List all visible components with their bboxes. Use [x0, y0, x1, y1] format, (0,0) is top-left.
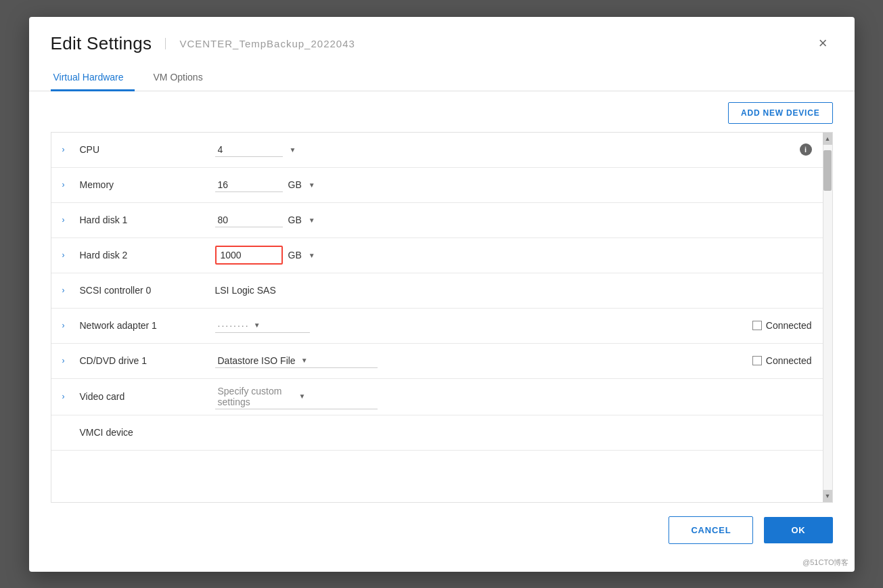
network-adapter-value-area: ········ ▼: [215, 319, 752, 333]
hard-disk-1-value-area: GB ▼: [215, 213, 812, 227]
memory-input[interactable]: [215, 178, 283, 192]
hard-disk-2-expand-icon[interactable]: ›: [62, 250, 73, 260]
cpu-info-icon[interactable]: i: [800, 143, 812, 156]
vmci-device-row: › VMCI device: [51, 415, 823, 451]
video-card-row: › Video card Specify custom settings ▼: [51, 379, 823, 415]
vmci-label: VMCI device: [80, 427, 215, 438]
close-button[interactable]: ×: [813, 33, 833, 53]
hard-disk-2-unit-dropdown-arrow[interactable]: ▼: [309, 252, 315, 259]
tab-vm-options[interactable]: VM Options: [151, 65, 214, 91]
hard-disk-2-input[interactable]: [215, 246, 283, 265]
memory-unit: GB: [288, 179, 302, 190]
edit-settings-dialog: Edit Settings VCENTER_TempBackup_2022043…: [29, 17, 855, 572]
dvd-dropdown-arrow[interactable]: ▼: [301, 357, 308, 364]
scrollbar-up-arrow[interactable]: ▲: [823, 133, 832, 145]
dialog-body: ADD NEW DEVICE › CPU ▼ i › Memory: [29, 91, 855, 503]
hard-disk-1-expand-icon[interactable]: ›: [62, 215, 73, 225]
network-select[interactable]: ········ ▼: [215, 319, 310, 333]
hard-disk-1-input[interactable]: [215, 213, 283, 227]
scrollbar-track: ▲ ▼: [823, 133, 832, 502]
scsi-expand-icon[interactable]: ›: [62, 286, 73, 295]
scsi-value: LSI Logic SAS: [215, 285, 276, 296]
cpu-row: › CPU ▼ i: [51, 133, 823, 168]
scrollbar-thumb[interactable]: [823, 150, 832, 191]
cpu-expand-icon[interactable]: ›: [62, 145, 73, 154]
hard-disk-2-value-area: GB ▼: [215, 246, 812, 265]
network-select-value: ········: [218, 320, 250, 331]
hard-disk-1-unit: GB: [288, 214, 302, 225]
ok-button[interactable]: OK: [764, 517, 832, 543]
scrollbar-down-arrow[interactable]: ▼: [823, 490, 832, 502]
dvd-select-value: Datastore ISO File: [218, 355, 296, 366]
add-new-device-button[interactable]: ADD NEW DEVICE: [728, 102, 833, 124]
watermark: @51CTO博客: [29, 558, 855, 572]
cd-dvd-connected-area: Connected: [752, 355, 812, 366]
network-adapter-row: › Network adapter 1 ········ ▼ Connected: [51, 309, 823, 344]
cd-dvd-label: CD/DVD drive 1: [80, 355, 215, 366]
network-adapter-label: Network adapter 1: [80, 320, 215, 331]
video-card-expand-icon[interactable]: ›: [62, 392, 73, 401]
video-card-label: Video card: [80, 391, 215, 402]
hard-disk-2-row: › Hard disk 2 GB ▼: [51, 238, 823, 273]
memory-value-area: GB ▼: [215, 178, 812, 192]
cd-dvd-expand-icon[interactable]: ›: [62, 356, 73, 365]
video-card-dropdown-arrow[interactable]: ▼: [299, 392, 375, 400]
dvd-select[interactable]: Datastore ISO File ▼: [215, 354, 378, 368]
cpu-input[interactable]: [215, 143, 283, 157]
network-connected-area: Connected: [752, 320, 812, 331]
dialog-footer: CANCEL OK: [29, 503, 855, 558]
network-connected-label: Connected: [766, 320, 812, 331]
cancel-button[interactable]: CANCEL: [669, 516, 753, 544]
cpu-value-area: ▼: [215, 143, 800, 157]
cd-dvd-connected-label: Connected: [766, 355, 812, 366]
hard-disk-1-row: › Hard disk 1 GB ▼: [51, 203, 823, 238]
hard-disk-2-unit: GB: [288, 250, 302, 261]
memory-unit-dropdown-arrow[interactable]: ▼: [309, 181, 315, 189]
hardware-table: › CPU ▼ i › Memory GB ▼: [51, 133, 823, 502]
hard-disk-1-label: Hard disk 1: [80, 214, 215, 225]
memory-row: › Memory GB ▼: [51, 168, 823, 203]
toolbar: ADD NEW DEVICE: [51, 102, 833, 124]
scsi-label: SCSI controller 0: [80, 285, 215, 296]
cd-dvd-value-area: Datastore ISO File ▼: [215, 354, 752, 368]
tab-virtual-hardware[interactable]: Virtual Hardware: [51, 65, 135, 91]
memory-expand-icon[interactable]: ›: [62, 180, 73, 189]
content-area: › CPU ▼ i › Memory GB ▼: [51, 132, 833, 503]
network-connected-checkbox[interactable]: [752, 321, 762, 330]
scsi-value-area: LSI Logic SAS: [215, 285, 812, 296]
hard-disk-2-label: Hard disk 2: [80, 250, 215, 261]
hard-disk-1-unit-dropdown-arrow[interactable]: ▼: [309, 217, 315, 224]
dialog-header: Edit Settings VCENTER_TempBackup_2022043…: [29, 17, 855, 54]
cd-dvd-row: › CD/DVD drive 1 Datastore ISO File ▼ Co…: [51, 344, 823, 379]
scsi-controller-row: › SCSI controller 0 LSI Logic SAS: [51, 273, 823, 309]
video-card-value-area: Specify custom settings ▼: [215, 384, 812, 409]
tabs-bar: Virtual Hardware VM Options: [29, 65, 855, 91]
network-adapter-expand-icon[interactable]: ›: [62, 321, 73, 330]
video-card-select-value: Specify custom settings: [218, 386, 294, 407]
cd-dvd-connected-checkbox[interactable]: [752, 356, 762, 365]
video-card-select[interactable]: Specify custom settings ▼: [215, 384, 378, 409]
memory-label: Memory: [80, 179, 215, 190]
dialog-title: Edit Settings: [51, 33, 152, 54]
dialog-subtitle: VCENTER_TempBackup_2022043: [165, 38, 355, 49]
cpu-dropdown-arrow[interactable]: ▼: [290, 146, 296, 154]
cpu-label: CPU: [80, 144, 215, 155]
network-dropdown-arrow[interactable]: ▼: [254, 321, 262, 329]
